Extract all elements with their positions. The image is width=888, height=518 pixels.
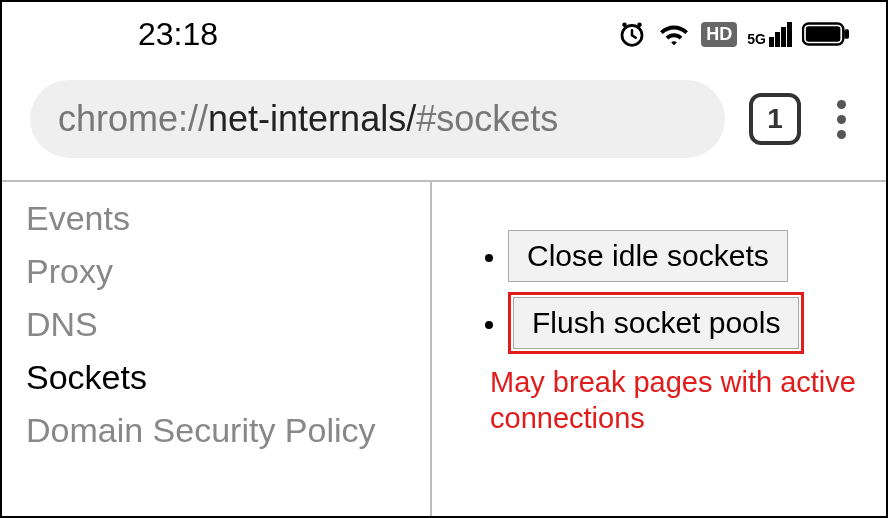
browser-toolbar: chrome://net-internals/#sockets 1 (2, 62, 886, 182)
highlight-box: Flush socket pools (508, 292, 804, 354)
sidebar-nav: Events Proxy DNS Sockets Domain Security… (2, 182, 432, 518)
warning-annotation: May break pages with active connections (490, 364, 868, 437)
url-fragment: #sockets (416, 98, 558, 139)
signal-5g-icon: 5G (747, 22, 792, 47)
dot-icon (837, 100, 846, 109)
url-host: net-internals/ (208, 98, 416, 139)
sidebar-item-sockets[interactable]: Sockets (26, 351, 430, 404)
svg-rect-4 (806, 26, 841, 41)
dot-icon (837, 115, 846, 124)
hd-badge: HD (701, 22, 737, 47)
socket-actions-list: Close idle sockets Flush socket pools (436, 230, 868, 354)
status-time: 23:18 (138, 16, 218, 53)
svg-rect-5 (844, 29, 849, 39)
status-bar: 23:18 HD 5G (2, 2, 886, 62)
alarm-icon (617, 19, 647, 49)
overflow-menu-button[interactable] (825, 94, 858, 145)
url-bar[interactable]: chrome://net-internals/#sockets (30, 80, 725, 158)
flush-socket-pools-button[interactable]: Flush socket pools (513, 297, 799, 349)
url-scheme: chrome:// (58, 98, 208, 139)
tab-switcher-button[interactable]: 1 (749, 93, 801, 145)
sidebar-item-domain-security[interactable]: Domain Security Policy (26, 404, 430, 457)
page-content: Events Proxy DNS Sockets Domain Security… (2, 182, 886, 518)
tab-count: 1 (767, 103, 783, 135)
battery-icon (802, 22, 850, 46)
svg-point-1 (623, 22, 628, 27)
dot-icon (837, 130, 846, 139)
wifi-icon (657, 20, 691, 48)
sidebar-item-events[interactable]: Events (26, 192, 430, 245)
svg-point-2 (638, 22, 643, 27)
list-item: Close idle sockets (508, 230, 868, 282)
sidebar-item-proxy[interactable]: Proxy (26, 245, 430, 298)
sidebar-item-dns[interactable]: DNS (26, 298, 430, 351)
close-idle-sockets-button[interactable]: Close idle sockets (508, 230, 788, 282)
main-panel: Close idle sockets Flush socket pools Ma… (432, 182, 886, 518)
list-item: Flush socket pools (508, 292, 868, 354)
status-icons: HD 5G (617, 19, 850, 49)
